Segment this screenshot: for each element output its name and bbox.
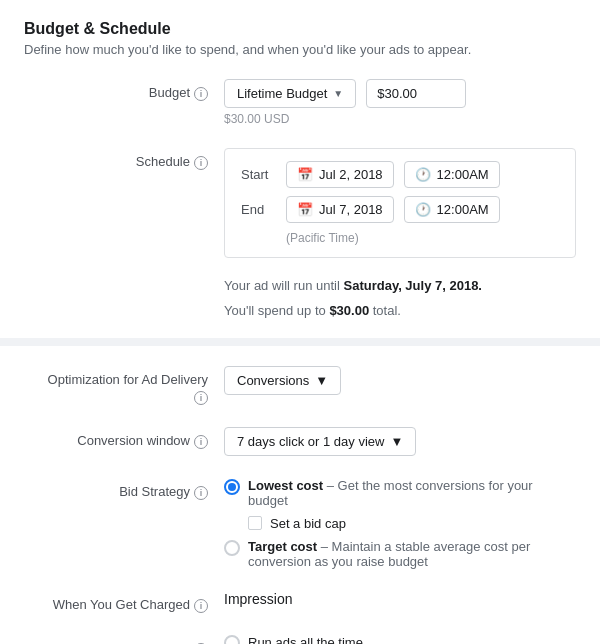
schedule-all-time-option: Run ads all the time	[224, 635, 576, 644]
budget-info-icon[interactable]: i	[194, 87, 208, 101]
optimization-label: Optimization for Ad Delivery i	[24, 366, 224, 405]
target-cost-radio[interactable]	[224, 540, 240, 556]
optimization-dropdown[interactable]: Conversions ▼	[224, 366, 341, 395]
start-date-field[interactable]: 📅 Jul 2, 2018	[286, 161, 394, 188]
page-subtitle: Define how much you'd like to spend, and…	[24, 42, 576, 57]
conversion-window-row: Conversion window i 7 days click or 1 da…	[24, 423, 576, 460]
conversion-window-content: 7 days click or 1 day view ▼	[224, 427, 576, 456]
optimization-arrow-icon: ▼	[315, 373, 328, 388]
lowest-cost-radio[interactable]	[224, 479, 240, 495]
budget-usd-label: $30.00 USD	[224, 112, 576, 126]
optimization-info-icon[interactable]: i	[194, 391, 208, 405]
bid-cap-checkbox[interactable]	[248, 516, 262, 530]
optimization-content: Conversions ▼	[224, 366, 576, 395]
conversion-window-dropdown[interactable]: 7 days click or 1 day view ▼	[224, 427, 416, 456]
when-charged-value: Impression	[224, 591, 292, 607]
bid-strategy-label: Bid Strategy i	[24, 478, 224, 500]
when-charged-info-icon[interactable]: i	[194, 599, 208, 613]
start-row: Start 📅 Jul 2, 2018 🕐 12:00AM	[241, 161, 559, 188]
end-row: End 📅 Jul 7, 2018 🕐 12:00AM	[241, 196, 559, 223]
end-label: End	[241, 202, 276, 217]
section-divider	[0, 338, 600, 346]
budget-type-dropdown[interactable]: Lifetime Budget ▼	[224, 79, 356, 108]
run-all-time-radio[interactable]	[224, 635, 240, 644]
start-time-field[interactable]: 🕐 12:00AM	[404, 161, 500, 188]
conversion-window-arrow-icon: ▼	[390, 434, 403, 449]
page-title: Budget & Schedule	[24, 20, 576, 38]
ad-scheduling-label: Ad Scheduling i	[24, 635, 224, 644]
end-time-field[interactable]: 🕐 12:00AM	[404, 196, 500, 223]
when-charged-label: When You Get Charged i	[24, 591, 224, 613]
ad-run-line1: Your ad will run until Saturday, July 7,…	[224, 276, 576, 297]
end-date-value: Jul 7, 2018	[319, 202, 383, 217]
ad-scheduling-options: Run ads all the time Run ads on a schedu…	[224, 635, 576, 644]
budget-label: Budget i	[24, 79, 224, 101]
start-time-value: 12:00AM	[437, 167, 489, 182]
budget-content: Lifetime Budget ▼ $30.00 USD	[224, 79, 576, 126]
schedule-info-icon[interactable]: i	[194, 156, 208, 170]
start-label: Start	[241, 167, 276, 182]
optimization-row: Optimization for Ad Delivery i Conversio…	[24, 362, 576, 409]
budget-dropdown-arrow: ▼	[333, 88, 343, 99]
when-charged-row: When You Get Charged i Impression	[24, 587, 576, 617]
run-all-time-label: Run ads all the time	[248, 635, 363, 644]
bid-strategy-row: Bid Strategy i Lowest cost – Get the mos…	[24, 474, 576, 573]
target-cost-label: Target cost	[248, 539, 317, 554]
start-clock-icon: 🕐	[415, 167, 431, 182]
bid-strategy-info-icon[interactable]: i	[194, 486, 208, 500]
ad-scheduling-content: Run ads all the time Run ads on a schedu…	[224, 635, 576, 644]
bid-cap-checkbox-row: Set a bid cap	[248, 516, 576, 531]
timezone-label: (Pacific Time)	[241, 231, 559, 245]
bid-option-lowest-cost: Lowest cost – Get the most conversions f…	[224, 478, 576, 508]
bid-options: Lowest cost – Get the most conversions f…	[224, 478, 576, 569]
schedule-box: Start 📅 Jul 2, 2018 🕐 12:00AM End 📅	[224, 148, 576, 258]
bid-strategy-content: Lowest cost – Get the most conversions f…	[224, 478, 576, 569]
end-clock-icon: 🕐	[415, 202, 431, 217]
schedule-label: Schedule i	[24, 148, 224, 170]
when-charged-content: Impression	[224, 591, 576, 607]
ad-run-line2: You'll spend up to $30.00 total.	[224, 301, 576, 322]
end-date-field[interactable]: 📅 Jul 7, 2018	[286, 196, 394, 223]
start-date-value: Jul 2, 2018	[319, 167, 383, 182]
start-calendar-icon: 📅	[297, 167, 313, 182]
end-calendar-icon: 📅	[297, 202, 313, 217]
budget-row: Budget i Lifetime Budget ▼ $30.00 USD	[24, 75, 576, 130]
bid-option-target-cost: Target cost – Maintain a stable average …	[224, 539, 576, 569]
schedule-content: Start 📅 Jul 2, 2018 🕐 12:00AM End 📅	[224, 148, 576, 258]
page-wrapper: Budget & Schedule Define how much you'd …	[0, 0, 600, 644]
budget-amount-input[interactable]	[366, 79, 466, 108]
conversion-window-info-icon[interactable]: i	[194, 435, 208, 449]
lowest-cost-label: Lowest cost	[248, 478, 323, 493]
ad-scheduling-row: Ad Scheduling i Run ads all the time Run…	[24, 631, 576, 644]
bid-cap-label: Set a bid cap	[270, 516, 346, 531]
end-time-value: 12:00AM	[437, 202, 489, 217]
conversion-window-label: Conversion window i	[24, 427, 224, 449]
schedule-row: Schedule i Start 📅 Jul 2, 2018 🕐 12:00AM	[24, 144, 576, 262]
